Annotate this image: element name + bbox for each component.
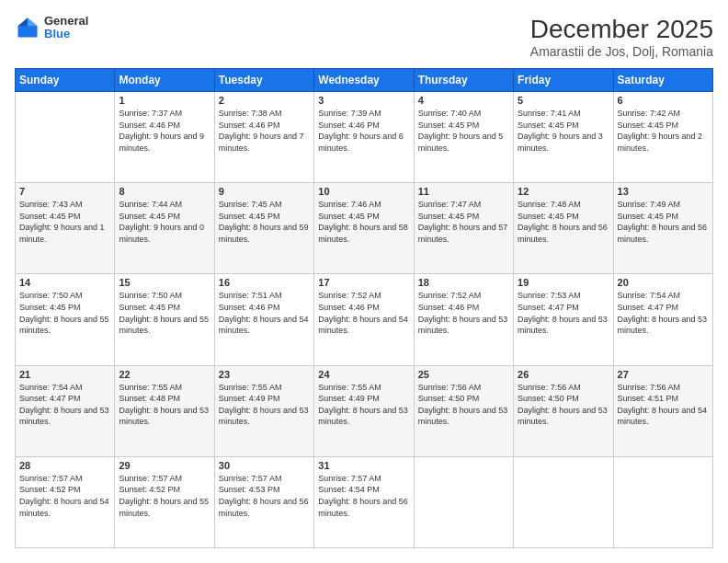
day-info: Sunrise: 7:40 AMSunset: 4:45 PMDaylight:… — [418, 108, 509, 154]
day-number: 6 — [618, 95, 709, 106]
day-number: 28 — [19, 460, 110, 471]
day-number: 8 — [119, 186, 210, 197]
day-info: Sunrise: 7:39 AMSunset: 4:46 PMDaylight:… — [318, 108, 409, 154]
day-number: 31 — [318, 460, 409, 471]
day-info: Sunrise: 7:54 AMSunset: 4:47 PMDaylight:… — [19, 382, 110, 428]
day-number: 17 — [318, 277, 409, 288]
day-number: 15 — [119, 277, 210, 288]
calendar-cell-1-0: 7Sunrise: 7:43 AMSunset: 4:45 PMDaylight… — [16, 183, 115, 274]
calendar-cell-0-0 — [16, 92, 115, 183]
calendar-cell-2-1: 15Sunrise: 7:50 AMSunset: 4:45 PMDayligh… — [115, 274, 214, 365]
weekday-header-tuesday: Tuesday — [214, 69, 313, 92]
header: General Blue December 2025 Amarastii de … — [15, 15, 713, 59]
day-info: Sunrise: 7:53 AMSunset: 4:47 PMDaylight:… — [518, 290, 609, 336]
weekday-header-monday: Monday — [115, 69, 214, 92]
day-info: Sunrise: 7:54 AMSunset: 4:47 PMDaylight:… — [618, 290, 709, 336]
calendar-cell-4-5 — [514, 456, 613, 547]
calendar-cell-2-0: 14Sunrise: 7:50 AMSunset: 4:45 PMDayligh… — [16, 274, 115, 365]
day-number: 7 — [19, 186, 110, 197]
week-row-3: 21Sunrise: 7:54 AMSunset: 4:47 PMDayligh… — [16, 365, 713, 456]
calendar-cell-4-0: 28Sunrise: 7:57 AMSunset: 4:52 PMDayligh… — [16, 456, 115, 547]
calendar-cell-0-3: 3Sunrise: 7:39 AMSunset: 4:46 PMDaylight… — [314, 92, 414, 183]
day-number: 27 — [618, 369, 709, 380]
day-info: Sunrise: 7:55 AMSunset: 4:49 PMDaylight:… — [318, 382, 409, 428]
day-info: Sunrise: 7:47 AMSunset: 4:45 PMDaylight:… — [418, 199, 509, 245]
page: General Blue December 2025 Amarastii de … — [0, 0, 728, 563]
day-number: 16 — [219, 277, 310, 288]
day-number: 30 — [219, 460, 310, 471]
day-number: 26 — [518, 369, 609, 380]
title-block: December 2025 Amarastii de Jos, Dolj, Ro… — [530, 15, 713, 59]
calendar-cell-3-3: 24Sunrise: 7:55 AMSunset: 4:49 PMDayligh… — [314, 365, 414, 456]
day-number: 13 — [618, 186, 709, 197]
day-info: Sunrise: 7:41 AMSunset: 4:45 PMDaylight:… — [518, 108, 609, 154]
day-number: 3 — [318, 95, 409, 106]
calendar-cell-0-5: 5Sunrise: 7:41 AMSunset: 4:45 PMDaylight… — [514, 92, 613, 183]
calendar-cell-2-4: 18Sunrise: 7:52 AMSunset: 4:46 PMDayligh… — [414, 274, 513, 365]
day-number: 9 — [219, 186, 310, 197]
calendar-cell-1-3: 10Sunrise: 7:46 AMSunset: 4:45 PMDayligh… — [314, 183, 414, 274]
calendar-cell-3-0: 21Sunrise: 7:54 AMSunset: 4:47 PMDayligh… — [16, 365, 115, 456]
day-info: Sunrise: 7:38 AMSunset: 4:46 PMDaylight:… — [219, 108, 310, 154]
day-number: 18 — [418, 277, 509, 288]
calendar-cell-4-6 — [613, 456, 712, 547]
day-number: 4 — [418, 95, 509, 106]
day-number: 24 — [318, 369, 409, 380]
day-info: Sunrise: 7:50 AMSunset: 4:45 PMDaylight:… — [119, 290, 210, 336]
weekday-header-wednesday: Wednesday — [314, 69, 414, 92]
day-number: 2 — [219, 95, 310, 106]
day-number: 1 — [119, 95, 210, 106]
logo: General Blue — [15, 15, 88, 41]
calendar-cell-3-4: 25Sunrise: 7:56 AMSunset: 4:50 PMDayligh… — [414, 365, 513, 456]
day-info: Sunrise: 7:45 AMSunset: 4:45 PMDaylight:… — [219, 199, 310, 245]
day-number: 19 — [518, 277, 609, 288]
day-info: Sunrise: 7:48 AMSunset: 4:45 PMDaylight:… — [518, 199, 609, 245]
calendar-cell-4-3: 31Sunrise: 7:57 AMSunset: 4:54 PMDayligh… — [314, 456, 414, 547]
day-info: Sunrise: 7:55 AMSunset: 4:48 PMDaylight:… — [119, 382, 210, 428]
logo-line1: General — [44, 15, 88, 28]
day-info: Sunrise: 7:37 AMSunset: 4:46 PMDaylight:… — [119, 108, 210, 154]
calendar-cell-0-1: 1Sunrise: 7:37 AMSunset: 4:46 PMDaylight… — [115, 92, 214, 183]
day-info: Sunrise: 7:57 AMSunset: 4:52 PMDaylight:… — [119, 473, 210, 519]
calendar-cell-3-1: 22Sunrise: 7:55 AMSunset: 4:48 PMDayligh… — [115, 365, 214, 456]
day-info: Sunrise: 7:43 AMSunset: 4:45 PMDaylight:… — [19, 199, 110, 245]
day-info: Sunrise: 7:46 AMSunset: 4:45 PMDaylight:… — [318, 199, 409, 245]
svg-marker-2 — [18, 18, 28, 27]
day-number: 20 — [618, 277, 709, 288]
day-info: Sunrise: 7:55 AMSunset: 4:49 PMDaylight:… — [219, 382, 310, 428]
day-number: 10 — [318, 186, 409, 197]
day-info: Sunrise: 7:57 AMSunset: 4:53 PMDaylight:… — [219, 473, 310, 519]
day-info: Sunrise: 7:56 AMSunset: 4:50 PMDaylight:… — [518, 382, 609, 428]
calendar-cell-0-4: 4Sunrise: 7:40 AMSunset: 4:45 PMDaylight… — [414, 92, 513, 183]
calendar-cell-2-2: 16Sunrise: 7:51 AMSunset: 4:46 PMDayligh… — [214, 274, 313, 365]
calendar-title: December 2025 — [530, 15, 713, 44]
calendar-cell-2-6: 20Sunrise: 7:54 AMSunset: 4:47 PMDayligh… — [613, 274, 712, 365]
calendar-cell-2-3: 17Sunrise: 7:52 AMSunset: 4:46 PMDayligh… — [314, 274, 414, 365]
calendar-table: SundayMondayTuesdayWednesdayThursdayFrid… — [15, 68, 713, 548]
calendar-cell-4-1: 29Sunrise: 7:57 AMSunset: 4:52 PMDayligh… — [115, 456, 214, 547]
logo-icon — [15, 15, 40, 40]
day-number: 25 — [418, 369, 509, 380]
calendar-cell-2-5: 19Sunrise: 7:53 AMSunset: 4:47 PMDayligh… — [514, 274, 613, 365]
calendar-cell-0-6: 6Sunrise: 7:42 AMSunset: 4:45 PMDaylight… — [613, 92, 712, 183]
calendar-cell-1-1: 8Sunrise: 7:44 AMSunset: 4:45 PMDaylight… — [115, 183, 214, 274]
day-number: 23 — [219, 369, 310, 380]
day-info: Sunrise: 7:57 AMSunset: 4:52 PMDaylight:… — [19, 473, 110, 519]
day-info: Sunrise: 7:56 AMSunset: 4:50 PMDaylight:… — [418, 382, 509, 428]
week-row-4: 28Sunrise: 7:57 AMSunset: 4:52 PMDayligh… — [16, 456, 713, 547]
calendar-cell-0-2: 2Sunrise: 7:38 AMSunset: 4:46 PMDaylight… — [214, 92, 313, 183]
calendar-cell-3-2: 23Sunrise: 7:55 AMSunset: 4:49 PMDayligh… — [214, 365, 313, 456]
day-info: Sunrise: 7:42 AMSunset: 4:45 PMDaylight:… — [618, 108, 709, 154]
day-number: 11 — [418, 186, 509, 197]
weekday-header-friday: Friday — [514, 69, 613, 92]
calendar-cell-1-5: 12Sunrise: 7:48 AMSunset: 4:45 PMDayligh… — [514, 183, 613, 274]
day-info: Sunrise: 7:56 AMSunset: 4:51 PMDaylight:… — [618, 382, 709, 428]
day-info: Sunrise: 7:52 AMSunset: 4:46 PMDaylight:… — [418, 290, 509, 336]
calendar-cell-4-4 — [414, 456, 513, 547]
day-info: Sunrise: 7:44 AMSunset: 4:45 PMDaylight:… — [119, 199, 210, 245]
day-info: Sunrise: 7:49 AMSunset: 4:45 PMDaylight:… — [618, 199, 709, 245]
calendar-subtitle: Amarastii de Jos, Dolj, Romania — [530, 44, 713, 59]
week-row-1: 7Sunrise: 7:43 AMSunset: 4:45 PMDaylight… — [16, 183, 713, 274]
day-info: Sunrise: 7:51 AMSunset: 4:46 PMDaylight:… — [219, 290, 310, 336]
weekday-header-saturday: Saturday — [613, 69, 712, 92]
